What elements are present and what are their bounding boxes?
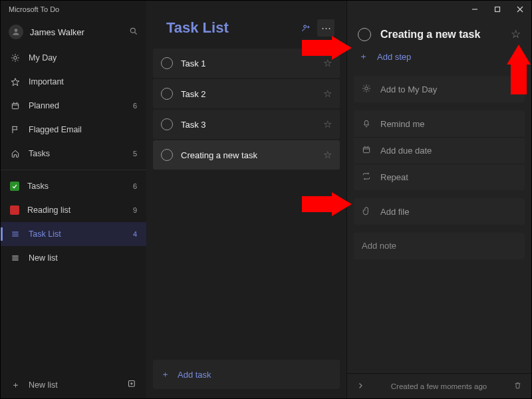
svg-line-10 — [13, 60, 13, 61]
svg-line-2 — [135, 32, 137, 34]
complete-toggle[interactable] — [161, 149, 173, 161]
plus-icon: ＋ — [161, 368, 170, 380]
maximize-button[interactable] — [486, 1, 509, 18]
complete-toggle[interactable] — [161, 57, 173, 69]
calendar-icon — [362, 145, 371, 156]
list-color-icon — [10, 182, 19, 191]
repeat-icon — [362, 172, 371, 183]
svg-line-38 — [364, 85, 364, 86]
star-icon[interactable]: ☆ — [323, 118, 332, 130]
svg-line-39 — [368, 90, 369, 91]
hide-detail-icon[interactable] — [356, 382, 364, 391]
new-list-button[interactable]: ＋ New list — [1, 372, 146, 398]
sidebar-item-tasklist[interactable]: Task List4 — [1, 222, 146, 246]
calendar-icon — [10, 100, 21, 111]
count-badge: 4 — [133, 230, 137, 238]
task-label: Creating a new task — [181, 150, 315, 160]
add-task-button[interactable]: ＋ Add task — [153, 360, 340, 389]
svg-rect-13 — [12, 104, 18, 109]
sidebar-item-label: Flagged Email — [29, 125, 82, 134]
sidebar-item-reading[interactable]: Reading list9 — [1, 198, 146, 222]
sidebar: Microsoft To Do James Walker My DayImpor… — [1, 1, 146, 398]
task-row[interactable]: Task 3☆ — [153, 110, 340, 139]
star-icon[interactable]: ☆ — [323, 149, 332, 161]
sidebar-item-newlist[interactable]: New list — [1, 246, 146, 270]
schedule-section: Remind meAdd due dateRepeat — [354, 110, 525, 190]
user-name: James Walker — [30, 27, 84, 37]
sidebar-item-planned[interactable]: Planned6 — [1, 94, 146, 118]
svg-rect-42 — [363, 148, 369, 153]
sidebar-item-label: Tasks — [27, 182, 49, 191]
detail-row-clip[interactable]: Add file — [354, 198, 525, 225]
note-field[interactable]: Add note — [354, 233, 525, 259]
detail-row-label: Repeat — [380, 172, 408, 182]
important-star-icon[interactable]: ☆ — [511, 27, 521, 41]
task-row[interactable]: Task 2☆ — [153, 79, 340, 108]
detail-row-label: Remind me — [380, 119, 424, 129]
detail-pane: Creating a new task ☆ ＋ Add step Add to … — [346, 1, 531, 398]
detail-title[interactable]: Creating a new task — [380, 29, 501, 41]
page-title: Task List — [166, 19, 229, 37]
note-placeholder: Add note — [362, 241, 396, 251]
svg-marker-48 — [302, 192, 352, 216]
bell-icon — [362, 118, 371, 130]
detail-row-sun[interactable]: Add to My Day — [354, 76, 525, 102]
complete-toggle[interactable] — [161, 88, 173, 100]
list-color-icon — [10, 205, 19, 215]
close-button[interactable] — [509, 1, 531, 18]
plus-icon: ＋ — [10, 380, 21, 390]
minimize-button[interactable] — [464, 1, 486, 18]
detail-row-repeat[interactable]: Repeat — [354, 164, 525, 190]
sidebar-item-flagged[interactable]: Flagged Email — [1, 118, 146, 142]
add-step-button[interactable]: ＋ Add step — [347, 47, 531, 72]
title-bar: Microsoft To Do — [1, 1, 146, 18]
new-group-icon[interactable] — [127, 379, 137, 391]
svg-line-41 — [368, 85, 369, 86]
sidebar-item-label: Planned — [29, 101, 59, 110]
svg-rect-30 — [495, 7, 500, 12]
star-icon[interactable]: ☆ — [323, 88, 332, 100]
svg-line-8 — [13, 55, 13, 56]
count-badge: 9 — [133, 206, 137, 214]
search-icon[interactable] — [129, 27, 138, 38]
delete-task-icon[interactable] — [513, 381, 522, 391]
sidebar-item-label: My Day — [29, 53, 57, 63]
annotation-arrow — [302, 36, 352, 63]
flag-icon — [10, 124, 21, 135]
detail-row-bell[interactable]: Remind me — [354, 110, 525, 137]
svg-point-26 — [303, 25, 306, 28]
sun-icon — [10, 53, 21, 63]
app-title: Microsoft To Do — [9, 5, 59, 13]
complete-toggle[interactable] — [358, 28, 371, 41]
svg-marker-12 — [11, 78, 19, 86]
divider — [1, 170, 146, 170]
user-row[interactable]: James Walker — [1, 18, 146, 46]
svg-point-3 — [14, 57, 17, 60]
sidebar-item-tasks[interactable]: Tasks5 — [1, 142, 146, 166]
lines-icon — [10, 229, 21, 239]
detail-row-calendar[interactable]: Add due date — [354, 137, 525, 164]
window-controls — [347, 1, 531, 18]
sidebar-item-tasks2[interactable]: Tasks6 — [1, 174, 146, 198]
count-badge: 6 — [133, 182, 137, 190]
sidebar-item-label: Important — [29, 77, 64, 86]
svg-point-0 — [15, 29, 18, 32]
sidebar-item-important[interactable]: Important — [1, 70, 146, 94]
svg-marker-46 — [302, 36, 352, 60]
more-button[interactable]: ⋯ — [317, 19, 334, 37]
sun-icon — [362, 84, 371, 95]
myday-section: Add to My Day — [354, 76, 525, 102]
task-row[interactable]: Creating a new task☆ — [153, 140, 340, 170]
add-task-label: Add task — [178, 370, 211, 380]
lines-icon — [10, 253, 21, 263]
share-button[interactable] — [297, 19, 315, 37]
count-badge: 6 — [133, 102, 137, 110]
detail-row-label: Add file — [380, 207, 409, 217]
sidebar-item-myday[interactable]: My Day — [1, 46, 146, 70]
detail-row-label: Add to My Day — [380, 84, 437, 94]
file-section: Add file — [354, 198, 525, 225]
task-label: Task 2 — [181, 89, 315, 99]
svg-line-40 — [364, 90, 364, 91]
task-label: Task 1 — [181, 59, 315, 68]
complete-toggle[interactable] — [161, 118, 173, 130]
